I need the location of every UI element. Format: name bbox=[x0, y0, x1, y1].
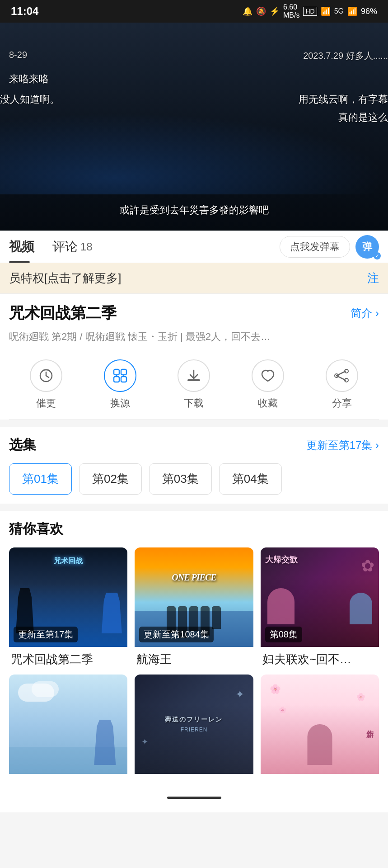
card-op-badge: 更新至第1084集 bbox=[139, 627, 214, 642]
collect-icon bbox=[252, 359, 284, 392]
anime-title-row: 咒术回战第二季 简介 › bbox=[9, 303, 379, 324]
episode-btn-03[interactable]: 第03集 bbox=[149, 463, 212, 495]
svg-rect-9 bbox=[187, 379, 200, 381]
recommend-card-onepiece[interactable]: ONE PIECE 更新至第1084集 航海王 bbox=[135, 547, 253, 667]
bottom-bar bbox=[0, 788, 388, 812]
comment-count: 18 bbox=[80, 241, 93, 253]
download-label: 下载 bbox=[184, 396, 204, 410]
episode-section: 选集 更新至第17集 › 第01集 第02集 第03集 第04集 bbox=[0, 427, 388, 504]
episode-update-btn[interactable]: 更新至第17集 › bbox=[306, 438, 379, 453]
recommend-card-sakura[interactable]: 🌸 🌸 🌸 新作 bbox=[261, 675, 379, 778]
hd-badge: HD bbox=[303, 7, 317, 16]
video-background: 8-29 2023.7.29 好多人...... 来咯来咯 没人知道啊。 用无线… bbox=[0, 23, 388, 231]
bluetooth-icon: ⚡ bbox=[270, 6, 280, 16]
source-icon bbox=[104, 359, 136, 392]
video-subtitle: 或許是受到去年災害多發的影響吧 bbox=[120, 203, 269, 217]
svg-rect-5 bbox=[114, 369, 119, 375]
danmaku-checkmark: ✓ bbox=[374, 252, 381, 259]
action-urge[interactable]: 催更 bbox=[30, 359, 62, 410]
svg-line-2 bbox=[46, 376, 49, 377]
wifi-icon: 📶 bbox=[321, 6, 331, 16]
bottom-indicator bbox=[167, 797, 221, 799]
speed-text: 6.60MB/s bbox=[283, 3, 299, 19]
anime-subtitle: 呪術廻戦 第2期 / 呪術廻戦 懐玉・玉折 | 最强2人，回不去… bbox=[9, 329, 379, 344]
card-fufu-badge: 第08集 bbox=[265, 627, 302, 642]
episode-header: 选集 更新至第17集 › bbox=[9, 436, 379, 454]
svg-rect-6 bbox=[121, 369, 126, 375]
tab-bar: 视频 评论 18 点我发弹幕 弹 ✓ bbox=[0, 231, 388, 263]
battery: 96% bbox=[361, 7, 377, 16]
card-fufu-name: 妇夫联欢~回不… bbox=[261, 651, 379, 667]
card-jjk2-badge: 更新至第17集 bbox=[14, 627, 78, 642]
urge-icon bbox=[30, 359, 62, 392]
download-icon bbox=[178, 359, 210, 392]
recommend-card-sky[interactable] bbox=[9, 675, 127, 778]
anime-title: 咒术回战第二季 bbox=[9, 303, 117, 324]
tab-video[interactable]: 视频 bbox=[9, 231, 43, 263]
vip-banner[interactable]: 员特权[点击了解更多] 注 bbox=[0, 263, 388, 294]
signal-5g: 5G bbox=[334, 7, 344, 15]
signal-bars: 📶 bbox=[347, 6, 357, 16]
episode-btn-01[interactable]: 第01集 bbox=[9, 463, 72, 495]
urge-label: 催更 bbox=[36, 396, 56, 410]
danmaku-send-button[interactable]: 点我发弹幕 bbox=[280, 236, 350, 258]
alarm-icon: 🔔 bbox=[243, 6, 252, 16]
episode-btn-02[interactable]: 第02集 bbox=[79, 463, 142, 495]
anime-info-section: 咒术回战第二季 简介 › 呪術廻戦 第2期 / 呪術廻戦 懐玉・玉折 | 最强2… bbox=[0, 294, 388, 420]
vip-register-btn[interactable]: 注 bbox=[367, 270, 379, 286]
card-jjk2-name: 咒术回战第二季 bbox=[9, 651, 127, 667]
recommend-card-fufu[interactable]: ✿ 大帰交歓 第08集 妇夫联欢~回不… bbox=[261, 547, 379, 667]
danmaku-btn-area: 点我发弹幕 弹 ✓ bbox=[280, 235, 379, 259]
action-source[interactable]: 换源 bbox=[104, 359, 136, 410]
share-label: 分享 bbox=[332, 396, 352, 410]
share-icon bbox=[326, 359, 358, 392]
mute-icon: 🔕 bbox=[256, 6, 266, 16]
episode-btn-04[interactable]: 第04集 bbox=[219, 463, 282, 495]
recommend-card-jjk2[interactable]: 咒术回战 更新至第17集 咒术回战第二季 bbox=[9, 547, 127, 667]
action-download[interactable]: 下载 bbox=[178, 359, 210, 410]
recommend-card-frieren[interactable]: 葬送のフリーレン FRIEREN ✦ ✦ bbox=[135, 675, 253, 778]
status-icons: 🔔 🔕 ⚡ 6.60MB/s HD 📶 5G 📶 96% bbox=[243, 3, 377, 19]
svg-rect-8 bbox=[121, 377, 126, 382]
source-label: 换源 bbox=[110, 396, 130, 410]
video-player[interactable]: 8-29 2023.7.29 好多人...... 来咯来咯 没人知道啊。 用无线… bbox=[0, 23, 388, 231]
anime-intro-button[interactable]: 简介 › bbox=[351, 306, 379, 321]
action-row: 催更 换源 bbox=[9, 355, 379, 420]
recommend-section: 猜你喜欢 咒术回战 更新至第17集 咒术回战第二季 ONE PIECE bbox=[0, 511, 388, 788]
recommend-grid: 咒术回战 更新至第17集 咒术回战第二季 ONE PIECE bbox=[9, 547, 379, 778]
action-collect[interactable]: 收藏 bbox=[252, 359, 284, 410]
onepiece-logo-text: ONE PIECE bbox=[172, 572, 216, 583]
vip-text: 员特权[点击了解更多] bbox=[9, 270, 121, 286]
episode-title: 选集 bbox=[9, 436, 36, 454]
svg-rect-7 bbox=[114, 377, 119, 382]
status-time: 11:04 bbox=[11, 5, 38, 18]
status-bar: 11:04 🔔 🔕 ⚡ 6.60MB/s HD 📶 5G 📶 96% bbox=[0, 0, 388, 23]
collect-label: 收藏 bbox=[258, 396, 278, 410]
recommend-title: 猜你喜欢 bbox=[9, 520, 379, 538]
tab-comment[interactable]: 评论 18 bbox=[52, 231, 102, 263]
episode-grid: 第01集 第02集 第03集 第04集 bbox=[9, 463, 379, 495]
card-op-name: 航海王 bbox=[135, 651, 253, 667]
action-share[interactable]: 分享 bbox=[326, 359, 358, 410]
